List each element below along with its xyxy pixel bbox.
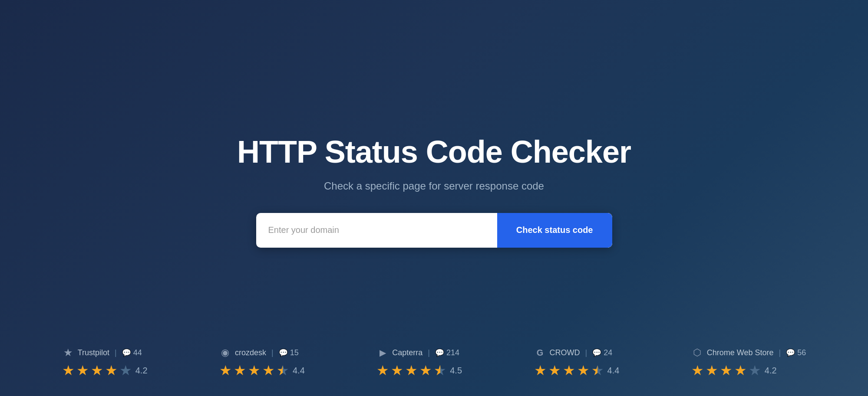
rating-item-trustpilot: Trustpilot|💬 44★★★★★4.2: [62, 347, 148, 379]
rating-item-crozdesk: crozdesk|💬 15★★★★ ★ ★ 4.4: [219, 347, 305, 379]
platform-name: Chrome Web Store: [707, 348, 774, 357]
rating-header: crozdesk|💬 15: [219, 347, 299, 359]
star-2: ★: [76, 362, 89, 379]
separator: |: [271, 348, 274, 357]
star-4: ★: [734, 362, 747, 379]
star-3: ★: [91, 362, 103, 379]
rating-value: 4.5: [450, 366, 462, 376]
star-5: ★: [119, 362, 132, 379]
stars-row: ★★★★ ★ ★ 4.5: [376, 362, 462, 379]
platform-name: Capterra: [392, 348, 422, 357]
subtitle: Check a specific page for server respons…: [324, 180, 544, 192]
star-5: ★: [749, 362, 761, 379]
rating-item-crowd: CROWD|💬 24★★★★ ★ ★ 4.4: [534, 347, 620, 379]
star-1: ★: [691, 362, 704, 379]
star-3: ★: [720, 362, 733, 379]
review-count: 💬 56: [786, 348, 806, 357]
rating-value: 4.4: [607, 366, 620, 376]
star-half-5: ★ ★: [591, 362, 604, 379]
stars-row: ★★★★ ★ ★ 4.4: [534, 362, 620, 379]
main-content: HTTP Status Code Checker Check a specifi…: [0, 0, 868, 347]
review-count: 💬 214: [435, 348, 459, 357]
check-status-button[interactable]: Check status code: [497, 213, 612, 248]
rating-item-capterra: Capterra|💬 214★★★★ ★ ★ 4.5: [376, 347, 462, 379]
rating-value: 4.2: [135, 366, 148, 376]
star-1: ★: [376, 362, 389, 379]
star-2: ★: [391, 362, 403, 379]
comment-icon: 💬: [435, 348, 444, 357]
star-1: ★: [219, 362, 232, 379]
review-count: 💬 15: [279, 348, 299, 357]
star-4: ★: [577, 362, 590, 379]
comment-icon: 💬: [279, 348, 288, 357]
separator: |: [115, 348, 117, 357]
star-3: ★: [563, 362, 575, 379]
star-4: ★: [105, 362, 118, 379]
star-1: ★: [62, 362, 75, 379]
review-count: 💬 44: [122, 348, 142, 357]
comment-icon: 💬: [592, 348, 601, 357]
star-2: ★: [234, 362, 246, 379]
star-3: ★: [248, 362, 261, 379]
page-title: HTTP Status Code Checker: [237, 134, 631, 170]
rating-value: 4.4: [293, 366, 305, 376]
rating-header: Trustpilot|💬 44: [62, 347, 142, 359]
star-half-5: ★ ★: [434, 362, 446, 379]
capterra-icon: [376, 347, 389, 359]
rating-header: Capterra|💬 214: [376, 347, 459, 359]
star-2: ★: [548, 362, 561, 379]
rating-header: Chrome Web Store|💬 56: [691, 347, 806, 359]
rating-header: CROWD|💬 24: [534, 347, 613, 359]
comment-icon: 💬: [786, 348, 795, 357]
stars-row: ★★★★★4.2: [691, 362, 777, 379]
star-4: ★: [262, 362, 275, 379]
review-count: 💬 24: [592, 348, 612, 357]
platform-name: crozdesk: [235, 348, 266, 357]
star-2: ★: [706, 362, 718, 379]
rating-value: 4.2: [765, 366, 777, 376]
star-4: ★: [419, 362, 432, 379]
star-3: ★: [405, 362, 418, 379]
domain-input[interactable]: [256, 213, 497, 248]
stars-row: ★★★★★4.2: [62, 362, 148, 379]
chrome-icon: [691, 347, 703, 359]
star-1: ★: [534, 362, 547, 379]
trustpilot-icon: [62, 347, 74, 359]
platform-name: Trustpilot: [78, 348, 109, 357]
separator: |: [779, 348, 781, 357]
separator: |: [428, 348, 430, 357]
star-half-5: ★ ★: [277, 362, 289, 379]
ratings-bar: Trustpilot|💬 44★★★★★4.2crozdesk|💬 15★★★★…: [0, 347, 868, 396]
separator: |: [585, 348, 587, 357]
search-container: Check status code: [256, 213, 612, 248]
crozdesk-icon: [219, 347, 231, 359]
crowd-icon: [534, 347, 546, 359]
platform-name: CROWD: [550, 348, 580, 357]
rating-item-chrome-web-store: Chrome Web Store|💬 56★★★★★4.2: [691, 347, 806, 379]
comment-icon: 💬: [122, 348, 131, 357]
stars-row: ★★★★ ★ ★ 4.4: [219, 362, 305, 379]
